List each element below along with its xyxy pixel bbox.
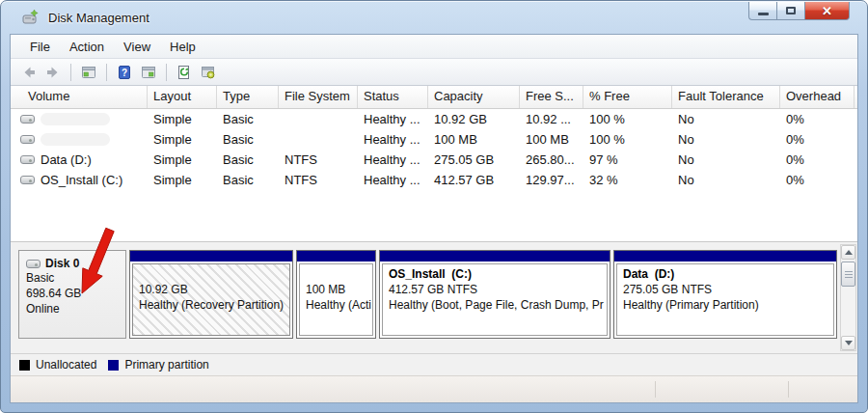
disk-icon — [26, 260, 41, 268]
chevron-up-icon — [845, 250, 853, 255]
partition-system-reserved[interactable]: 100 MB Healthy (Acti — [296, 250, 376, 339]
cell-type: Basic — [217, 173, 279, 187]
cell-type: Basic — [217, 112, 279, 126]
cell-capacity: 275.05 GB — [428, 152, 520, 167]
forward-icon[interactable] — [42, 62, 64, 83]
disk-0-row: Disk 0 Basic 698.64 GB Online 10.92 GB H… — [11, 242, 840, 353]
table-row[interactable]: Simple Basic Healthy ... 100 MB 100 MB 1… — [11, 129, 857, 150]
cell-file-system: NTFS — [279, 173, 358, 187]
cell-overhead: 0% — [780, 173, 854, 187]
cell-free-space: 100 MB — [520, 132, 583, 147]
legend-label-primary: Primary partition — [124, 358, 208, 372]
menu-file[interactable]: File — [20, 37, 60, 57]
partition-body: 10.92 GB Healthy (Recovery Partition) — [132, 263, 290, 336]
partition-label: OS_Install (C:) — [389, 267, 601, 283]
cell-layout: Simple — [148, 173, 217, 187]
disk-status: Online — [26, 301, 122, 317]
disk-type: Basic — [26, 270, 122, 286]
statusbar-divider — [655, 381, 656, 398]
cell-free-space: 10.92 ... — [520, 112, 583, 126]
scroll-up-button[interactable] — [841, 245, 855, 260]
vertical-scrollbar[interactable] — [840, 244, 856, 351]
cell-fault-tolerance: No — [672, 112, 780, 126]
partition-size: 412.57 GB NTFS — [389, 283, 601, 298]
volume-icon — [20, 176, 35, 184]
partition-size: 10.92 GB — [139, 283, 284, 298]
table-row[interactable]: Simple Basic Healthy ... 10.92 GB 10.92 … — [11, 109, 857, 129]
svg-text:?: ? — [122, 67, 127, 77]
partition-os-install-c[interactable]: OS_Install (C:) 412.57 GB NTFS Healthy (… — [379, 250, 610, 339]
volume-name: OS_Install (C:) — [41, 173, 122, 187]
disk-size: 698.64 GB — [26, 286, 122, 301]
cell-capacity: 10.92 GB — [428, 112, 520, 126]
show-console-tree-icon[interactable] — [78, 62, 99, 83]
column-header-fault-tolerance[interactable]: Fault Tolerance — [672, 86, 780, 108]
partition-status: Healthy (Acti — [306, 298, 366, 314]
show-action-pane-icon[interactable] — [138, 62, 159, 83]
table-row[interactable]: Data (D:) Simple Basic NTFS Healthy ... … — [11, 150, 857, 170]
cell-pct-free: 100 % — [583, 112, 672, 126]
table-row[interactable]: OS_Install (C:) Simple Basic NTFS Health… — [11, 170, 857, 190]
cell-pct-free: 100 % — [583, 132, 672, 147]
partition-body: 100 MB Healthy (Acti — [299, 263, 373, 336]
column-header-volume[interactable]: Volume — [11, 86, 148, 108]
redacted-volume-name — [41, 133, 110, 146]
column-header-layout[interactable]: Layout — [148, 86, 217, 108]
column-header-overhead[interactable]: Overhead — [780, 86, 854, 108]
column-header-type[interactable]: Type — [217, 86, 279, 108]
column-header-free-space[interactable]: Free S... — [520, 86, 583, 108]
partition-color-bar — [297, 251, 375, 262]
partition-status: Healthy (Primary Partition) — [623, 298, 827, 314]
minimize-button[interactable] — [748, 2, 776, 20]
menu-view[interactable]: View — [114, 37, 160, 57]
cell-overhead: 0% — [780, 112, 854, 126]
status-bar — [11, 375, 857, 402]
refresh-icon[interactable] — [174, 62, 195, 83]
cell-file-system: NTFS — [279, 152, 358, 167]
partition-color-bar — [130, 251, 292, 262]
menu-help[interactable]: Help — [160, 37, 205, 57]
cell-fault-tolerance: No — [672, 132, 780, 147]
scrollbar-thumb[interactable] — [841, 262, 855, 287]
cell-layout: Simple — [148, 112, 217, 126]
cell-fault-tolerance: No — [672, 173, 780, 187]
minimize-icon — [758, 13, 769, 15]
volume-name: Data (D:) — [41, 152, 92, 167]
cell-status: Healthy ... — [358, 173, 428, 187]
redacted-volume-name — [41, 113, 110, 125]
disk-0-info[interactable]: Disk 0 Basic 698.64 GB Online — [18, 250, 126, 339]
partition-data-d[interactable]: Data (D:) 275.05 GB NTFS Healthy (Primar… — [613, 250, 837, 339]
column-header-capacity[interactable]: Capacity — [428, 86, 520, 108]
back-icon[interactable] — [18, 62, 40, 83]
column-header-status[interactable]: Status — [358, 86, 428, 108]
scroll-down-button[interactable] — [841, 336, 855, 350]
cell-layout: Simple — [148, 132, 217, 147]
cell-pct-free: 97 % — [583, 152, 672, 167]
cell-pct-free: 32 % — [583, 173, 672, 187]
partition-body: OS_Install (C:) 412.57 GB NTFS Healthy (… — [382, 263, 608, 336]
cell-status: Healthy ... — [358, 112, 428, 126]
column-header-pct-free[interactable]: % Free — [583, 86, 672, 108]
cell-capacity: 412.57 GB — [428, 173, 520, 187]
volume-icon — [20, 135, 35, 144]
toolbar-separator — [106, 64, 107, 81]
cell-capacity: 100 MB — [428, 132, 520, 147]
volume-icon — [20, 115, 35, 124]
cell-overhead: 0% — [780, 152, 854, 167]
maximize-icon — [786, 7, 796, 14]
help-icon[interactable]: ? — [114, 62, 135, 83]
menu-action[interactable]: Action — [60, 37, 114, 57]
partition-recovery[interactable]: 10.92 GB Healthy (Recovery Partition) — [129, 250, 293, 339]
column-header-file-system[interactable]: File System — [279, 86, 358, 108]
cell-status: Healthy ... — [358, 132, 428, 147]
cell-status: Healthy ... — [358, 152, 428, 167]
disk-properties-icon[interactable] — [198, 62, 219, 83]
app-icon — [22, 10, 40, 25]
partition-color-bar — [380, 251, 610, 262]
partition-label: Data (D:) — [623, 267, 827, 283]
cell-free-space: 265.80... — [520, 152, 583, 167]
maximize-button[interactable] — [776, 2, 804, 20]
column-header-filler — [854, 86, 858, 108]
close-button[interactable]: ✕ — [804, 2, 850, 20]
partition-status: Healthy (Boot, Page File, Crash Dump, Pr — [389, 298, 601, 314]
